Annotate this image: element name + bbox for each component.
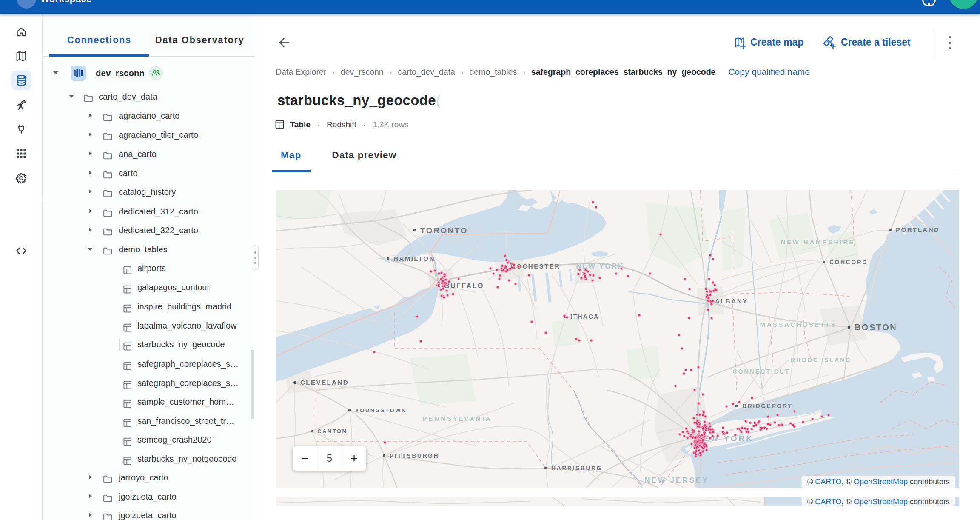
svg-text:BOSTON: BOSTON	[855, 323, 897, 332]
svg-text:NEW JERSEY: NEW JERSEY	[644, 476, 709, 484]
svg-text:ALBANY: ALBANY	[715, 297, 748, 305]
svg-text:BRIDGEPORT: BRIDGEPORT	[742, 403, 792, 409]
svg-text:CLEVELAND: CLEVELAND	[300, 379, 349, 386]
svg-text:TORONTO: TORONTO	[420, 226, 468, 235]
svg-text:HARRISBURG: HARRISBURG	[551, 465, 602, 471]
svg-text:PITTSBURGH: PITTSBURGH	[390, 452, 439, 459]
svg-text:RHODE ISLAND: RHODE ISLAND	[791, 357, 852, 363]
svg-text:NEW HAMPSHIRE: NEW HAMPSHIRE	[781, 238, 855, 246]
svg-text:MASSACHUSETTS: MASSACHUSETTS	[760, 321, 837, 328]
svg-text:ITHACA: ITHACA	[570, 313, 599, 320]
svg-text:NEW YORK: NEW YORK	[576, 262, 624, 270]
svg-text:PORTLAND: PORTLAND	[896, 226, 940, 233]
svg-text:YOUNGSTOWN: YOUNGSTOWN	[355, 407, 407, 414]
svg-text:CONNECTICUT: CONNECTICUT	[733, 368, 790, 375]
svg-text:CONCORD: CONCORD	[829, 259, 868, 266]
svg-text:HAMILTON: HAMILTON	[393, 255, 435, 262]
svg-text:PENNSYLVANIA: PENNSYLVANIA	[422, 415, 492, 422]
svg-text:BUFFALO: BUFFALO	[444, 282, 484, 289]
svg-text:CANTON: CANTON	[317, 428, 347, 434]
